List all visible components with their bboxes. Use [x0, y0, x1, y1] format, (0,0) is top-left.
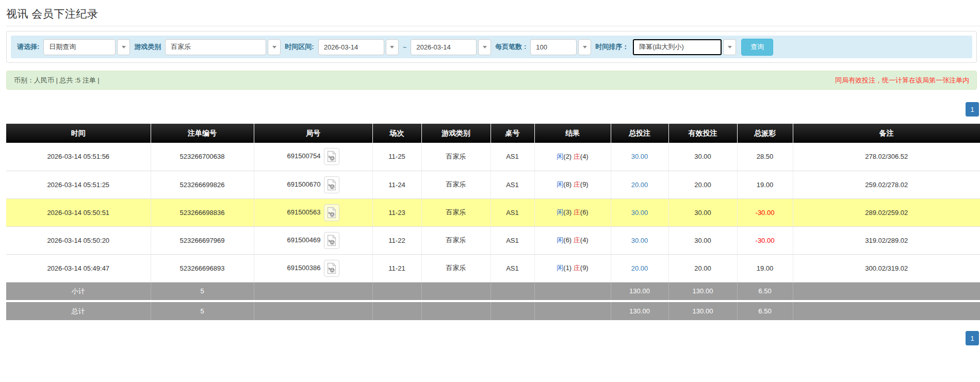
footer-count: 5 — [151, 301, 254, 320]
cell-result: 闲(8) 庄(9) — [534, 171, 611, 198]
cell-table-no: AS1 — [491, 171, 534, 198]
chevron-down-icon[interactable] — [478, 39, 491, 55]
sort-order-select[interactable]: 降冪(由大到小) — [633, 39, 736, 55]
video-record-icon[interactable] — [324, 204, 339, 221]
query-type-label: 请选择: — [17, 42, 39, 52]
cell-table-no: AS1 — [491, 143, 534, 171]
cell-remark: 259.02/278.02 — [793, 171, 980, 198]
cell-payout: 19.00 — [737, 254, 793, 282]
game-type-value: 百家乐 — [171, 42, 191, 52]
cell-time: 2026-03-14 05:50:20 — [6, 226, 151, 254]
cell-time: 2026-03-14 05:49:47 — [6, 254, 151, 282]
cell-result: 闲(1) 庄(9) — [534, 254, 611, 282]
cell-total-bet: 30.00 — [611, 143, 668, 171]
page-title: 视讯 会员下注纪录 — [6, 7, 980, 21]
footer-payout: 6.50 — [737, 282, 793, 301]
column-header: 注单编号 — [151, 124, 254, 143]
video-record-icon[interactable] — [324, 232, 339, 249]
time-range-label: 时间区间: — [285, 42, 314, 52]
cell-payout: -30.00 — [737, 226, 793, 254]
cell-bet-no: 523266696893 — [151, 254, 254, 282]
cell-bet-no: 523266698836 — [151, 198, 254, 226]
date-to-picker[interactable]: 2026-03-14 — [411, 39, 491, 55]
pagination-top: 1 — [6, 102, 979, 117]
footer-total-bet: 130.00 — [611, 282, 668, 301]
page-1-button[interactable]: 1 — [966, 102, 979, 117]
footer-count: 5 — [151, 282, 254, 301]
cell-valid-bet: 30.00 — [668, 143, 737, 171]
query-type-value: 日期查询 — [49, 42, 76, 52]
table-row[interactable]: 2026-03-14 05:49:47 523266696893 6915003… — [6, 254, 980, 282]
table-row[interactable]: 2026-03-14 05:51:25 523266699826 6915006… — [6, 171, 980, 198]
column-header: 游戏类别 — [421, 124, 491, 143]
cell-payout: 19.00 — [737, 171, 793, 198]
query-type-select[interactable]: 日期查询 — [43, 39, 130, 55]
video-record-icon[interactable] — [324, 176, 339, 193]
game-type-select[interactable]: 百家乐 — [165, 39, 281, 55]
cell-session: 11-25 — [372, 143, 421, 171]
cell-round-no: 691500754 — [254, 143, 372, 171]
cell-total-bet: 30.00 — [611, 226, 668, 254]
sort-order-value: 降冪(由大到小) — [639, 42, 684, 52]
cell-table-no: AS1 — [491, 226, 534, 254]
cell-total-bet: 20.00 — [611, 171, 668, 198]
total-bet-link[interactable]: 30.00 — [631, 209, 648, 217]
date-from-value: 2026-03-14 — [324, 43, 358, 51]
game-type-label: 游戏类别 — [134, 42, 161, 52]
total-bet-link[interactable]: 20.00 — [631, 181, 648, 189]
chevron-down-icon[interactable] — [723, 39, 736, 55]
cell-game-type: 百家乐 — [421, 171, 491, 198]
total-bet-link[interactable]: 30.00 — [631, 153, 648, 160]
video-record-icon[interactable] — [324, 260, 339, 277]
table-header-row: 时间注单编号局号场次游戏类别桌号结果总投注有效投注总派彩备注 — [6, 124, 980, 143]
cell-remark: 319.02/289.02 — [793, 226, 980, 254]
cell-total-bet: 30.00 — [611, 198, 668, 226]
cell-game-type: 百家乐 — [421, 226, 491, 254]
footer-label: 小计 — [6, 282, 151, 301]
total-bet-link[interactable]: 30.00 — [631, 237, 648, 244]
filter-toolbar: 请选择: 日期查询 游戏类别 百家乐 时间区间: 2026-03-14 — [11, 36, 972, 58]
cell-game-type: 百家乐 — [421, 254, 491, 282]
cell-bet-no: 523266697969 — [151, 226, 254, 254]
search-button[interactable]: 查询 — [741, 39, 773, 56]
date-from-picker[interactable]: 2026-03-14 — [318, 39, 399, 55]
filter-panel: 请选择: 日期查询 游戏类别 百家乐 时间区间: 2026-03-14 — [6, 31, 977, 63]
chevron-down-icon[interactable] — [386, 39, 399, 55]
bet-records-table: 时间注单编号局号场次游戏类别桌号结果总投注有效投注总派彩备注 2026-03-1… — [6, 124, 980, 320]
page-size-select[interactable]: 100 — [530, 39, 591, 55]
page-1-button[interactable]: 1 — [966, 331, 979, 345]
total-bet-link[interactable]: 20.00 — [631, 264, 648, 272]
chevron-down-icon[interactable] — [268, 39, 281, 55]
cell-session: 11-21 — [372, 254, 421, 282]
column-header: 总派彩 — [737, 124, 793, 143]
date-to-value: 2026-03-14 — [416, 43, 451, 51]
column-header: 备注 — [793, 124, 980, 143]
pagination-bottom: 1 — [6, 331, 979, 345]
sort-order-label: 时间排序： — [595, 42, 629, 52]
table-row[interactable]: 2026-03-14 05:50:20 523266697969 6915004… — [6, 226, 980, 254]
date-range-tilde: ~ — [403, 43, 407, 51]
page: 视讯 会员下注纪录 请选择: 日期查询 游戏类别 百家乐 时间区间: 2026 — [0, 7, 980, 345]
column-header: 总投注 — [611, 124, 668, 143]
cell-table-no: AS1 — [491, 254, 534, 282]
cell-valid-bet: 30.00 — [668, 198, 737, 226]
cell-valid-bet: 20.00 — [668, 171, 737, 198]
cell-time: 2026-03-14 05:51:56 — [6, 143, 151, 171]
cell-time: 2026-03-14 05:50:51 — [6, 198, 151, 226]
table-footer-row: 总计 5 130.00 130.00 6.50 — [6, 301, 980, 320]
video-record-icon[interactable] — [324, 148, 339, 165]
chevron-down-icon[interactable] — [117, 39, 130, 55]
table-row[interactable]: 2026-03-14 05:50:51 523266698836 6915005… — [6, 198, 980, 226]
column-header: 有效投注 — [668, 124, 737, 143]
cell-session: 11-24 — [372, 171, 421, 198]
cell-game-type: 百家乐 — [421, 143, 491, 171]
cell-round-no: 691500563 — [254, 198, 372, 226]
column-header: 场次 — [372, 124, 421, 143]
cell-remark: 300.02/319.02 — [793, 254, 980, 282]
table-row[interactable]: 2026-03-14 05:51:56 523266700638 6915007… — [6, 143, 980, 171]
footer-payout: 6.50 — [737, 301, 793, 320]
cell-session: 11-22 — [372, 226, 421, 254]
footer-label: 总计 — [6, 301, 151, 320]
chevron-down-icon[interactable] — [578, 39, 591, 55]
cell-round-no: 691500670 — [254, 171, 372, 198]
